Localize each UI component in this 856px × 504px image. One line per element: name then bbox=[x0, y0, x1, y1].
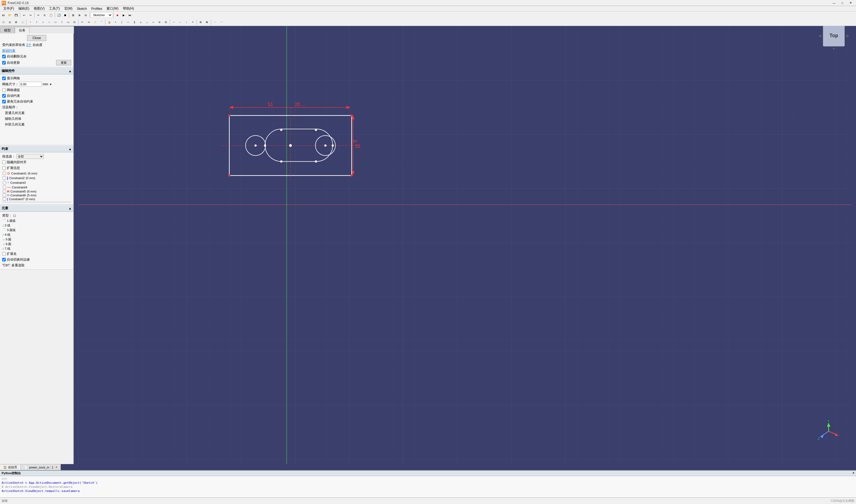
cube-face-top[interactable]: Top bbox=[823, 24, 845, 47]
tb-block[interactable]: ⊟ bbox=[163, 19, 169, 25]
tb-polyline[interactable]: ⌇ bbox=[59, 19, 65, 25]
tb-zoom-in[interactable]: ⊕ bbox=[76, 12, 82, 18]
auto-remove-label[interactable]: 自动删除元余 bbox=[2, 54, 27, 59]
elem-6[interactable]: ○ 6-圆 bbox=[2, 242, 71, 246]
tb-rect[interactable]: ▭ bbox=[65, 19, 71, 25]
tb-tangent[interactable]: ⌓ bbox=[144, 19, 150, 25]
c2-check[interactable] bbox=[3, 176, 6, 180]
auto-constraint-check[interactable] bbox=[2, 94, 6, 97]
expand-info-check[interactable] bbox=[2, 166, 6, 170]
expand-attr-check[interactable] bbox=[2, 252, 6, 256]
snap-check[interactable] bbox=[2, 88, 6, 92]
tb-hdim[interactable]: ↔ bbox=[177, 19, 183, 25]
menu-help[interactable]: 帮助(H) bbox=[121, 6, 136, 12]
tb-sketch-4[interactable]: ⬜ bbox=[19, 19, 25, 25]
tb-perp[interactable]: ⊥ bbox=[138, 19, 144, 25]
c1-check[interactable] bbox=[3, 172, 6, 175]
expand-attr-label[interactable]: 扩展名 bbox=[2, 252, 17, 256]
elem-3[interactable]: ⌒ 3-圆弧 bbox=[2, 228, 71, 232]
file-tab[interactable]: 📄 power_sock_m : 1 × bbox=[21, 465, 61, 470]
elem-5[interactable]: ○ 5-圆 bbox=[2, 237, 71, 242]
elem-1[interactable]: ⌒ 1-圆弧 bbox=[2, 218, 71, 223]
show-grid-label[interactable]: 显示网格 bbox=[2, 76, 20, 81]
constraint-item-7[interactable]: | Constraint7 (0 mm) bbox=[2, 197, 71, 201]
tb-fix[interactable]: 🔒 bbox=[106, 19, 112, 25]
tb-trim[interactable]: ✂ bbox=[80, 19, 85, 25]
window-controls[interactable]: — □ ✕ bbox=[830, 0, 854, 6]
auto-switch-label[interactable]: 自动切换到边缘 bbox=[2, 257, 30, 262]
constraint-item-4[interactable]: — Constraint4 bbox=[2, 185, 71, 190]
cube-arrow-right[interactable]: ▶ bbox=[846, 34, 849, 38]
tb-ellipse[interactable]: ⬭ bbox=[53, 19, 58, 25]
edit-control-header[interactable]: 编辑控件 ▲ bbox=[0, 68, 73, 74]
c7-check[interactable] bbox=[3, 197, 6, 201]
menu-sketch[interactable]: Sketch bbox=[75, 6, 89, 11]
elem-4[interactable]: / 4-线 bbox=[2, 232, 71, 237]
tb-sketch-3[interactable]: ⊞ bbox=[13, 19, 19, 25]
tb-fillet[interactable]: ⌒ bbox=[98, 19, 104, 25]
avoid-redundant-check[interactable] bbox=[2, 100, 6, 103]
constraint-item-2[interactable]: | Constraint2 (0 mm) bbox=[2, 176, 71, 180]
tb-vert[interactable]: | bbox=[119, 19, 125, 25]
tb-horiz[interactable]: — bbox=[125, 19, 131, 25]
workbench-selector[interactable]: Sketcher bbox=[91, 12, 113, 18]
view-cube[interactable]: ▲ ▼ ◀ ▶ Top bbox=[823, 24, 845, 47]
tb-split[interactable]: ⚡ bbox=[92, 19, 98, 25]
auto-update-check[interactable] bbox=[2, 61, 6, 65]
update-button[interactable]: 更新 bbox=[56, 60, 71, 65]
c6-check[interactable] bbox=[3, 194, 6, 197]
avoid-redundant-label[interactable]: 避免冗余自动约束 bbox=[2, 99, 33, 104]
elem-7[interactable]: / 7-线 bbox=[2, 246, 71, 251]
constraint-item-6[interactable]: H Constraint6 (5 mm) bbox=[2, 193, 71, 197]
hide-internal-check[interactable] bbox=[2, 161, 6, 164]
tb-arc[interactable]: ∩ bbox=[40, 19, 46, 25]
tb-paste[interactable]: 📋 bbox=[48, 12, 54, 18]
constraint-item-5[interactable]: H Constraint5 (6 mm) bbox=[2, 190, 71, 193]
tb-forward[interactable]: ⏭ bbox=[127, 12, 133, 18]
c4-check[interactable] bbox=[3, 186, 6, 189]
grid-size-input[interactable] bbox=[20, 82, 41, 87]
redundancy-link[interactable]: 新冠约束 bbox=[2, 49, 15, 53]
c3-check[interactable] bbox=[3, 181, 6, 184]
elem-2[interactable]: / 2-线 bbox=[2, 223, 71, 228]
close-sketch-button[interactable]: Close bbox=[27, 35, 46, 41]
tb-dim[interactable]: ↔ bbox=[171, 19, 177, 25]
constraint-item-1[interactable]: ⊙ Constraint1 (6 mm) bbox=[2, 171, 71, 176]
constraint-item-3[interactable]: + Constraint3 bbox=[2, 180, 71, 185]
tb-sketch-2[interactable]: ◎ bbox=[7, 19, 13, 25]
menu-window[interactable]: 窗口(W) bbox=[104, 6, 120, 12]
tb-coincident[interactable]: • bbox=[113, 19, 119, 25]
tb-refresh[interactable]: 🔄 bbox=[56, 12, 62, 18]
expand-info-label[interactable]: 扩展信息 bbox=[2, 166, 20, 170]
tb-open[interactable]: 📂 bbox=[7, 12, 13, 18]
tb-redo[interactable]: ↪ bbox=[28, 12, 33, 18]
maximize-button[interactable]: □ bbox=[838, 0, 846, 6]
tb-play[interactable]: ▶ bbox=[121, 12, 127, 18]
elements-header[interactable]: 元素 ▲ bbox=[0, 205, 73, 212]
tb-extend[interactable]: ⇥ bbox=[86, 19, 92, 25]
tb-save[interactable]: 💾 bbox=[13, 12, 19, 18]
python-console-content[interactable]: >>> ActiveSketch = App.ActiveDocument.ge… bbox=[0, 476, 856, 498]
auto-update-label[interactable]: 自动更新 bbox=[2, 60, 20, 65]
constraints-scrollbar[interactable] bbox=[2, 201, 71, 203]
tab-model[interactable]: 模型 bbox=[0, 28, 15, 33]
freedom-link[interactable]: 2个 bbox=[26, 43, 32, 47]
auto-switch-check[interactable] bbox=[2, 258, 6, 262]
menu-file[interactable]: 文件(F) bbox=[1, 6, 16, 12]
tb-more-1[interactable]: ⋯ bbox=[212, 19, 218, 25]
tb-parallel[interactable]: ∥ bbox=[132, 19, 137, 25]
menu-macro[interactable]: 宏(M) bbox=[62, 6, 75, 12]
menu-tools[interactable]: 工具(T) bbox=[47, 6, 62, 12]
tb-equal[interactable]: = bbox=[150, 19, 156, 25]
hide-internal-label[interactable]: 隐藏内部对齐 bbox=[2, 160, 27, 165]
auto-remove-check[interactable] bbox=[2, 55, 6, 58]
python-console-close[interactable]: × bbox=[853, 471, 854, 475]
filter-select[interactable]: 全部 正常 驱动 bbox=[16, 154, 44, 159]
tb-symm[interactable]: ⊘ bbox=[157, 19, 162, 25]
constraints-header[interactable]: 约束 ▲ bbox=[0, 146, 73, 152]
close-button[interactable]: ✕ bbox=[847, 0, 854, 6]
tb-undo[interactable]: ↩ bbox=[21, 12, 27, 18]
start-page-tab[interactable]: 🏠 起始页 bbox=[0, 465, 21, 470]
menu-profiles[interactable]: Profiles bbox=[89, 6, 104, 11]
tb-dot-red[interactable]: ● bbox=[115, 12, 120, 18]
